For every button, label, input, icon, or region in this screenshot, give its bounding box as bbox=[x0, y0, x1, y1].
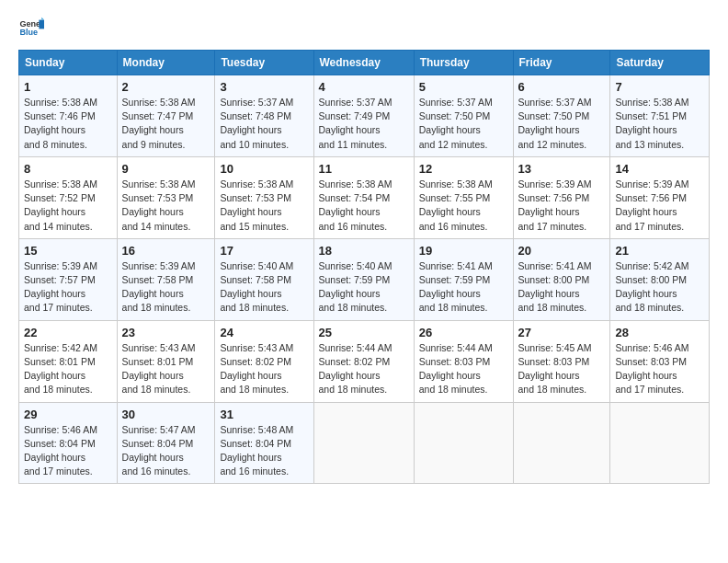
day-number: 25 bbox=[319, 326, 409, 339]
day-number: 21 bbox=[615, 244, 704, 258]
header-row: SundayMondayTuesdayWednesdayThursdayFrid… bbox=[19, 51, 710, 75]
day-number: 20 bbox=[518, 244, 606, 258]
day-info: Sunrise: 5:38 AMSunset: 7:53 PMDaylight … bbox=[220, 178, 293, 232]
day-cell: 2 Sunrise: 5:38 AMSunset: 7:47 PMDayligh… bbox=[117, 75, 215, 157]
day-number: 14 bbox=[615, 162, 704, 176]
day-cell: 17 Sunrise: 5:40 AMSunset: 7:58 PMDaylig… bbox=[215, 238, 313, 320]
logo: General Blue bbox=[18, 15, 48, 40]
day-cell bbox=[513, 402, 610, 484]
day-info: Sunrise: 5:38 AMSunset: 7:52 PMDaylight … bbox=[24, 178, 97, 232]
day-number: 6 bbox=[518, 80, 606, 94]
day-info: Sunrise: 5:37 AMSunset: 7:48 PMDaylight … bbox=[220, 97, 293, 150]
week-row-2: 8 Sunrise: 5:38 AMSunset: 7:52 PMDayligh… bbox=[19, 156, 710, 238]
day-info: Sunrise: 5:38 AMSunset: 7:53 PMDaylight … bbox=[122, 178, 196, 232]
day-number: 4 bbox=[319, 80, 409, 94]
day-number: 12 bbox=[419, 162, 508, 176]
day-info: Sunrise: 5:44 AMSunset: 8:03 PMDaylight … bbox=[419, 342, 493, 396]
day-cell: 5 Sunrise: 5:37 AMSunset: 7:50 PMDayligh… bbox=[414, 75, 513, 157]
day-cell: 8 Sunrise: 5:38 AMSunset: 7:52 PMDayligh… bbox=[19, 156, 118, 238]
day-number: 2 bbox=[122, 80, 210, 94]
day-info: Sunrise: 5:42 AMSunset: 8:00 PMDaylight … bbox=[615, 260, 688, 314]
day-cell: 29 Sunrise: 5:46 AMSunset: 8:04 PMDaylig… bbox=[19, 402, 118, 484]
calendar-body: 1 Sunrise: 5:38 AMSunset: 7:46 PMDayligh… bbox=[19, 75, 710, 484]
day-cell: 11 Sunrise: 5:38 AMSunset: 7:54 PMDaylig… bbox=[313, 156, 414, 238]
day-cell: 10 Sunrise: 5:38 AMSunset: 7:53 PMDaylig… bbox=[215, 156, 313, 238]
header-cell-sunday: Sunday bbox=[19, 51, 118, 75]
day-info: Sunrise: 5:41 AMSunset: 8:00 PMDaylight … bbox=[518, 260, 592, 314]
day-cell: 1 Sunrise: 5:38 AMSunset: 7:46 PMDayligh… bbox=[19, 75, 118, 157]
day-number: 13 bbox=[518, 162, 606, 176]
day-cell: 14 Sunrise: 5:39 AMSunset: 7:56 PMDaylig… bbox=[610, 156, 710, 238]
day-info: Sunrise: 5:48 AMSunset: 8:04 PMDaylight … bbox=[220, 424, 293, 477]
day-number: 30 bbox=[122, 408, 210, 421]
day-info: Sunrise: 5:39 AMSunset: 7:56 PMDaylight … bbox=[518, 178, 592, 232]
day-info: Sunrise: 5:39 AMSunset: 7:56 PMDaylight … bbox=[615, 178, 688, 232]
day-cell: 25 Sunrise: 5:44 AMSunset: 8:02 PMDaylig… bbox=[313, 320, 414, 402]
day-cell: 24 Sunrise: 5:43 AMSunset: 8:02 PMDaylig… bbox=[215, 320, 313, 402]
day-info: Sunrise: 5:37 AMSunset: 7:50 PMDaylight … bbox=[518, 97, 592, 150]
header-cell-saturday: Saturday bbox=[610, 51, 710, 75]
day-number: 10 bbox=[220, 162, 308, 176]
day-number: 16 bbox=[122, 244, 210, 258]
day-cell bbox=[610, 402, 710, 484]
day-info: Sunrise: 5:38 AMSunset: 7:46 PMDaylight … bbox=[24, 97, 97, 150]
day-number: 28 bbox=[615, 326, 704, 339]
day-number: 31 bbox=[220, 408, 308, 421]
day-cell: 26 Sunrise: 5:44 AMSunset: 8:03 PMDaylig… bbox=[414, 320, 513, 402]
day-cell: 16 Sunrise: 5:39 AMSunset: 7:58 PMDaylig… bbox=[117, 238, 215, 320]
day-cell: 31 Sunrise: 5:48 AMSunset: 8:04 PMDaylig… bbox=[215, 402, 313, 484]
day-cell: 15 Sunrise: 5:39 AMSunset: 7:57 PMDaylig… bbox=[19, 238, 118, 320]
day-info: Sunrise: 5:46 AMSunset: 8:04 PMDaylight … bbox=[24, 424, 97, 477]
day-info: Sunrise: 5:46 AMSunset: 8:03 PMDaylight … bbox=[615, 342, 688, 396]
day-info: Sunrise: 5:38 AMSunset: 7:55 PMDaylight … bbox=[419, 178, 493, 232]
week-row-3: 15 Sunrise: 5:39 AMSunset: 7:57 PMDaylig… bbox=[19, 238, 710, 320]
day-number: 11 bbox=[319, 162, 409, 176]
day-cell bbox=[313, 402, 414, 484]
day-number: 19 bbox=[419, 244, 508, 258]
day-info: Sunrise: 5:38 AMSunset: 7:51 PMDaylight … bbox=[615, 97, 688, 150]
svg-text:Blue: Blue bbox=[19, 28, 38, 37]
day-number: 18 bbox=[319, 244, 409, 258]
day-number: 9 bbox=[122, 162, 210, 176]
day-number: 27 bbox=[518, 326, 606, 339]
day-info: Sunrise: 5:38 AMSunset: 7:54 PMDaylight … bbox=[319, 178, 392, 232]
svg-marker-2 bbox=[39, 20, 44, 29]
day-info: Sunrise: 5:43 AMSunset: 8:02 PMDaylight … bbox=[220, 342, 293, 396]
day-cell: 13 Sunrise: 5:39 AMSunset: 7:56 PMDaylig… bbox=[513, 156, 610, 238]
day-info: Sunrise: 5:40 AMSunset: 7:59 PMDaylight … bbox=[319, 260, 392, 314]
day-info: Sunrise: 5:40 AMSunset: 7:58 PMDaylight … bbox=[220, 260, 293, 314]
header: General Blue bbox=[18, 15, 710, 40]
day-cell: 27 Sunrise: 5:45 AMSunset: 8:03 PMDaylig… bbox=[513, 320, 610, 402]
day-number: 8 bbox=[24, 162, 112, 176]
day-info: Sunrise: 5:41 AMSunset: 7:59 PMDaylight … bbox=[419, 260, 493, 314]
day-number: 24 bbox=[220, 326, 308, 339]
week-row-4: 22 Sunrise: 5:42 AMSunset: 8:01 PMDaylig… bbox=[19, 320, 710, 402]
week-row-5: 29 Sunrise: 5:46 AMSunset: 8:04 PMDaylig… bbox=[19, 402, 710, 484]
header-cell-monday: Monday bbox=[117, 51, 215, 75]
header-cell-friday: Friday bbox=[513, 51, 610, 75]
day-number: 22 bbox=[24, 326, 112, 339]
day-cell: 23 Sunrise: 5:43 AMSunset: 8:01 PMDaylig… bbox=[117, 320, 215, 402]
header-cell-tuesday: Tuesday bbox=[215, 51, 313, 75]
day-info: Sunrise: 5:37 AMSunset: 7:49 PMDaylight … bbox=[319, 97, 392, 150]
day-cell: 22 Sunrise: 5:42 AMSunset: 8:01 PMDaylig… bbox=[19, 320, 118, 402]
calendar-table: SundayMondayTuesdayWednesdayThursdayFrid… bbox=[18, 50, 710, 484]
day-number: 29 bbox=[24, 408, 112, 421]
calendar-header: SundayMondayTuesdayWednesdayThursdayFrid… bbox=[19, 51, 710, 75]
logo-icon: General Blue bbox=[18, 15, 44, 40]
day-info: Sunrise: 5:39 AMSunset: 7:58 PMDaylight … bbox=[122, 260, 196, 314]
day-info: Sunrise: 5:38 AMSunset: 7:47 PMDaylight … bbox=[122, 97, 196, 150]
day-cell: 3 Sunrise: 5:37 AMSunset: 7:48 PMDayligh… bbox=[215, 75, 313, 157]
day-number: 26 bbox=[419, 326, 508, 339]
day-cell: 4 Sunrise: 5:37 AMSunset: 7:49 PMDayligh… bbox=[313, 75, 414, 157]
day-cell bbox=[414, 402, 513, 484]
day-number: 1 bbox=[24, 80, 112, 94]
day-cell: 12 Sunrise: 5:38 AMSunset: 7:55 PMDaylig… bbox=[414, 156, 513, 238]
day-info: Sunrise: 5:39 AMSunset: 7:57 PMDaylight … bbox=[24, 260, 97, 314]
day-cell: 9 Sunrise: 5:38 AMSunset: 7:53 PMDayligh… bbox=[117, 156, 215, 238]
day-info: Sunrise: 5:44 AMSunset: 8:02 PMDaylight … bbox=[319, 342, 392, 396]
day-number: 15 bbox=[24, 244, 112, 258]
day-info: Sunrise: 5:43 AMSunset: 8:01 PMDaylight … bbox=[122, 342, 196, 396]
day-info: Sunrise: 5:47 AMSunset: 8:04 PMDaylight … bbox=[122, 424, 196, 477]
day-cell: 6 Sunrise: 5:37 AMSunset: 7:50 PMDayligh… bbox=[513, 75, 610, 157]
